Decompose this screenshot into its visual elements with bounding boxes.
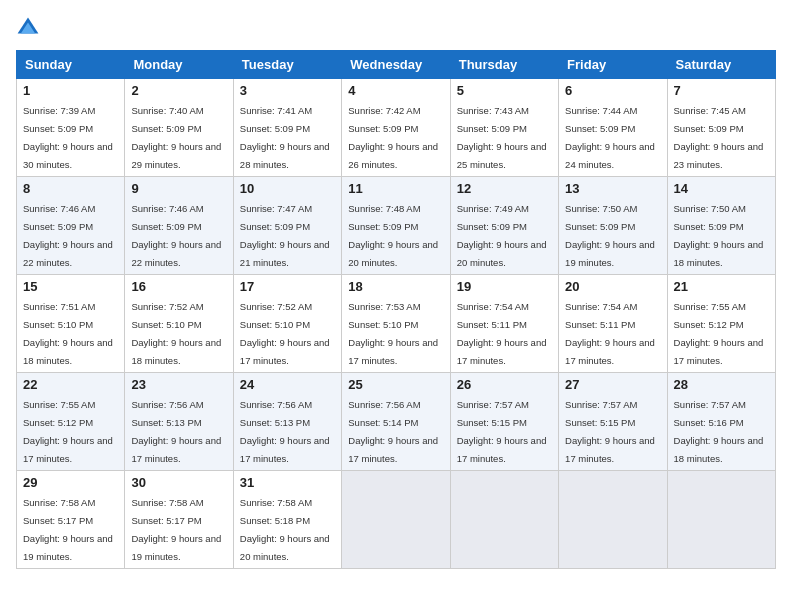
col-tuesday: Tuesday	[233, 51, 341, 79]
day-number: 5	[457, 83, 552, 98]
table-row: 16Sunrise: 7:52 AMSunset: 5:10 PMDayligh…	[125, 275, 233, 373]
table-row: 19Sunrise: 7:54 AMSunset: 5:11 PMDayligh…	[450, 275, 558, 373]
table-row: 21Sunrise: 7:55 AMSunset: 5:12 PMDayligh…	[667, 275, 775, 373]
day-info: Sunrise: 7:57 AMSunset: 5:16 PMDaylight:…	[674, 399, 764, 464]
table-row: 28Sunrise: 7:57 AMSunset: 5:16 PMDayligh…	[667, 373, 775, 471]
logo-icon	[16, 16, 40, 40]
table-row: 5Sunrise: 7:43 AMSunset: 5:09 PMDaylight…	[450, 79, 558, 177]
table-row: 18Sunrise: 7:53 AMSunset: 5:10 PMDayligh…	[342, 275, 450, 373]
day-info: Sunrise: 7:56 AMSunset: 5:13 PMDaylight:…	[240, 399, 330, 464]
day-info: Sunrise: 7:54 AMSunset: 5:11 PMDaylight:…	[565, 301, 655, 366]
day-number: 10	[240, 181, 335, 196]
calendar-header-row: Sunday Monday Tuesday Wednesday Thursday…	[17, 51, 776, 79]
day-info: Sunrise: 7:52 AMSunset: 5:10 PMDaylight:…	[131, 301, 221, 366]
day-number: 3	[240, 83, 335, 98]
table-row: 20Sunrise: 7:54 AMSunset: 5:11 PMDayligh…	[559, 275, 667, 373]
day-info: Sunrise: 7:57 AMSunset: 5:15 PMDaylight:…	[565, 399, 655, 464]
table-row: 8Sunrise: 7:46 AMSunset: 5:09 PMDaylight…	[17, 177, 125, 275]
table-row	[450, 471, 558, 569]
col-thursday: Thursday	[450, 51, 558, 79]
day-number: 15	[23, 279, 118, 294]
table-row: 24Sunrise: 7:56 AMSunset: 5:13 PMDayligh…	[233, 373, 341, 471]
table-row: 22Sunrise: 7:55 AMSunset: 5:12 PMDayligh…	[17, 373, 125, 471]
calendar-week-row: 1Sunrise: 7:39 AMSunset: 5:09 PMDaylight…	[17, 79, 776, 177]
day-number: 31	[240, 475, 335, 490]
table-row: 30Sunrise: 7:58 AMSunset: 5:17 PMDayligh…	[125, 471, 233, 569]
calendar-week-row: 22Sunrise: 7:55 AMSunset: 5:12 PMDayligh…	[17, 373, 776, 471]
day-info: Sunrise: 7:41 AMSunset: 5:09 PMDaylight:…	[240, 105, 330, 170]
day-info: Sunrise: 7:55 AMSunset: 5:12 PMDaylight:…	[23, 399, 113, 464]
day-number: 25	[348, 377, 443, 392]
table-row: 6Sunrise: 7:44 AMSunset: 5:09 PMDaylight…	[559, 79, 667, 177]
day-number: 6	[565, 83, 660, 98]
day-number: 28	[674, 377, 769, 392]
day-info: Sunrise: 7:58 AMSunset: 5:17 PMDaylight:…	[23, 497, 113, 562]
logo	[16, 16, 42, 40]
table-row: 10Sunrise: 7:47 AMSunset: 5:09 PMDayligh…	[233, 177, 341, 275]
day-number: 23	[131, 377, 226, 392]
day-info: Sunrise: 7:56 AMSunset: 5:14 PMDaylight:…	[348, 399, 438, 464]
table-row: 11Sunrise: 7:48 AMSunset: 5:09 PMDayligh…	[342, 177, 450, 275]
calendar-table: Sunday Monday Tuesday Wednesday Thursday…	[16, 50, 776, 569]
day-info: Sunrise: 7:39 AMSunset: 5:09 PMDaylight:…	[23, 105, 113, 170]
calendar-week-row: 29Sunrise: 7:58 AMSunset: 5:17 PMDayligh…	[17, 471, 776, 569]
day-info: Sunrise: 7:58 AMSunset: 5:18 PMDaylight:…	[240, 497, 330, 562]
calendar-week-row: 8Sunrise: 7:46 AMSunset: 5:09 PMDaylight…	[17, 177, 776, 275]
col-monday: Monday	[125, 51, 233, 79]
day-info: Sunrise: 7:57 AMSunset: 5:15 PMDaylight:…	[457, 399, 547, 464]
day-info: Sunrise: 7:50 AMSunset: 5:09 PMDaylight:…	[674, 203, 764, 268]
day-info: Sunrise: 7:56 AMSunset: 5:13 PMDaylight:…	[131, 399, 221, 464]
day-info: Sunrise: 7:40 AMSunset: 5:09 PMDaylight:…	[131, 105, 221, 170]
day-info: Sunrise: 7:58 AMSunset: 5:17 PMDaylight:…	[131, 497, 221, 562]
table-row: 13Sunrise: 7:50 AMSunset: 5:09 PMDayligh…	[559, 177, 667, 275]
table-row: 4Sunrise: 7:42 AMSunset: 5:09 PMDaylight…	[342, 79, 450, 177]
table-row: 17Sunrise: 7:52 AMSunset: 5:10 PMDayligh…	[233, 275, 341, 373]
table-row: 3Sunrise: 7:41 AMSunset: 5:09 PMDaylight…	[233, 79, 341, 177]
day-number: 9	[131, 181, 226, 196]
day-number: 8	[23, 181, 118, 196]
table-row: 27Sunrise: 7:57 AMSunset: 5:15 PMDayligh…	[559, 373, 667, 471]
day-number: 27	[565, 377, 660, 392]
day-info: Sunrise: 7:53 AMSunset: 5:10 PMDaylight:…	[348, 301, 438, 366]
day-number: 24	[240, 377, 335, 392]
day-info: Sunrise: 7:45 AMSunset: 5:09 PMDaylight:…	[674, 105, 764, 170]
col-sunday: Sunday	[17, 51, 125, 79]
day-info: Sunrise: 7:44 AMSunset: 5:09 PMDaylight:…	[565, 105, 655, 170]
day-number: 18	[348, 279, 443, 294]
day-number: 2	[131, 83, 226, 98]
day-info: Sunrise: 7:46 AMSunset: 5:09 PMDaylight:…	[131, 203, 221, 268]
table-row	[559, 471, 667, 569]
table-row: 2Sunrise: 7:40 AMSunset: 5:09 PMDaylight…	[125, 79, 233, 177]
page-header	[16, 16, 776, 40]
day-number: 13	[565, 181, 660, 196]
day-info: Sunrise: 7:48 AMSunset: 5:09 PMDaylight:…	[348, 203, 438, 268]
day-info: Sunrise: 7:51 AMSunset: 5:10 PMDaylight:…	[23, 301, 113, 366]
day-number: 20	[565, 279, 660, 294]
table-row: 9Sunrise: 7:46 AMSunset: 5:09 PMDaylight…	[125, 177, 233, 275]
day-number: 22	[23, 377, 118, 392]
table-row: 25Sunrise: 7:56 AMSunset: 5:14 PMDayligh…	[342, 373, 450, 471]
day-number: 30	[131, 475, 226, 490]
day-number: 26	[457, 377, 552, 392]
day-info: Sunrise: 7:52 AMSunset: 5:10 PMDaylight:…	[240, 301, 330, 366]
day-number: 17	[240, 279, 335, 294]
day-info: Sunrise: 7:49 AMSunset: 5:09 PMDaylight:…	[457, 203, 547, 268]
table-row	[342, 471, 450, 569]
table-row: 23Sunrise: 7:56 AMSunset: 5:13 PMDayligh…	[125, 373, 233, 471]
table-row: 29Sunrise: 7:58 AMSunset: 5:17 PMDayligh…	[17, 471, 125, 569]
table-row: 7Sunrise: 7:45 AMSunset: 5:09 PMDaylight…	[667, 79, 775, 177]
day-number: 14	[674, 181, 769, 196]
calendar-week-row: 15Sunrise: 7:51 AMSunset: 5:10 PMDayligh…	[17, 275, 776, 373]
day-number: 29	[23, 475, 118, 490]
day-info: Sunrise: 7:50 AMSunset: 5:09 PMDaylight:…	[565, 203, 655, 268]
day-number: 21	[674, 279, 769, 294]
col-wednesday: Wednesday	[342, 51, 450, 79]
col-saturday: Saturday	[667, 51, 775, 79]
day-number: 19	[457, 279, 552, 294]
day-number: 12	[457, 181, 552, 196]
day-info: Sunrise: 7:55 AMSunset: 5:12 PMDaylight:…	[674, 301, 764, 366]
day-number: 11	[348, 181, 443, 196]
day-number: 16	[131, 279, 226, 294]
col-friday: Friday	[559, 51, 667, 79]
table-row: 14Sunrise: 7:50 AMSunset: 5:09 PMDayligh…	[667, 177, 775, 275]
